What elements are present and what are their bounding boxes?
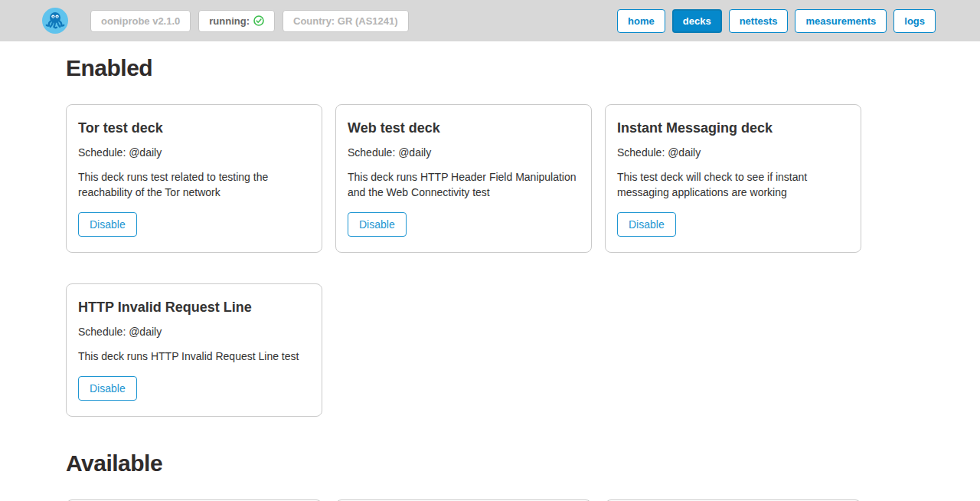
deck-card-web: Web test deck Schedule: @daily This deck…: [335, 104, 592, 253]
nav-decks-button[interactable]: decks: [672, 9, 722, 33]
deck-description: This deck runs test related to testing t…: [78, 169, 308, 200]
main-nav: home decks nettests measurements logs: [617, 9, 936, 33]
disable-button[interactable]: Disable: [348, 212, 407, 237]
country-badge-label: Country: GR (AS1241): [293, 15, 398, 27]
deck-card-tor: Tor test deck Schedule: @daily This deck…: [66, 104, 322, 253]
nav-logs-button[interactable]: logs: [893, 9, 936, 33]
deck-title: Instant Messaging deck: [617, 120, 849, 136]
deck-card-instant-messaging: Instant Messaging deck Schedule: @daily …: [605, 104, 861, 253]
deck-title: Web test deck: [348, 120, 580, 136]
deck-title: Tor test deck: [78, 120, 310, 136]
deck-schedule: Schedule: @daily: [348, 146, 580, 159]
deck-schedule: Schedule: @daily: [78, 146, 310, 159]
nav-nettests-button[interactable]: nettests: [729, 9, 789, 33]
deck-schedule: Schedule: @daily: [617, 146, 849, 159]
running-status-badge: running:: [198, 10, 275, 32]
main-content: Enabled Tor test deck Schedule: @daily T…: [0, 41, 980, 501]
available-section-title: Available: [66, 450, 873, 476]
check-circle-icon: [253, 15, 264, 26]
enabled-decks-list: Tor test deck Schedule: @daily This deck…: [66, 104, 863, 417]
deck-description: This test deck will check to see if inst…: [617, 169, 847, 200]
disable-button[interactable]: Disable: [78, 376, 137, 401]
deck-description: This deck runs HTTP Header Field Manipul…: [348, 169, 577, 200]
deck-schedule: Schedule: @daily: [78, 326, 310, 338]
deck-title: HTTP Invalid Request Line: [78, 300, 310, 316]
disable-button[interactable]: Disable: [617, 212, 676, 237]
header-bar: ooniprobe v2.1.0 running: Country: GR (A…: [0, 0, 980, 41]
nav-measurements-button[interactable]: measurements: [795, 9, 887, 33]
status-badges: ooniprobe v2.1.0 running: Country: GR (A…: [90, 10, 409, 32]
running-badge-label: running:: [209, 15, 250, 27]
country-badge: Country: GR (AS1241): [283, 10, 409, 32]
disable-button[interactable]: Disable: [78, 212, 137, 237]
version-badge-label: ooniprobe v2.1.0: [101, 15, 180, 27]
deck-description: This deck runs HTTP Invalid Request Line…: [78, 349, 308, 364]
nav-home-button[interactable]: home: [617, 9, 665, 33]
deck-card-http-invalid-request-line: HTTP Invalid Request Line Schedule: @dai…: [66, 283, 322, 417]
enabled-section-title: Enabled: [66, 55, 873, 81]
ooni-logo: [41, 7, 69, 34]
version-badge: ooniprobe v2.1.0: [90, 10, 191, 32]
